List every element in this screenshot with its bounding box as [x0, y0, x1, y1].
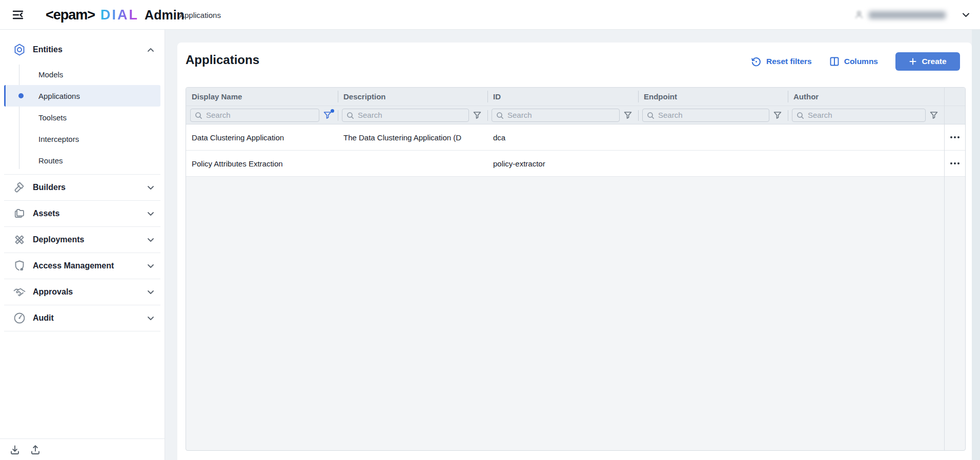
column-header-description[interactable]: Description — [338, 88, 487, 106]
sidebar-group-label: Access Management — [33, 261, 147, 270]
sidebar-item-label: Applications — [38, 92, 80, 100]
filter-cell-display-name — [186, 106, 338, 124]
cell-author — [788, 124, 944, 150]
sidebar-item-toolsets[interactable]: Toolsets — [0, 107, 165, 128]
sidebar-collapse-icon[interactable] — [11, 9, 25, 21]
hammer-icon — [13, 181, 26, 194]
cell-display-name: Data Clustering Application — [186, 124, 338, 150]
sidebar-group-deployments[interactable]: Deployments — [0, 227, 165, 253]
column-header-id[interactable]: ID — [487, 88, 638, 106]
content-header: Applications Reset filters — [177, 43, 964, 78]
cell-description — [338, 151, 487, 176]
search-input-id[interactable] — [492, 109, 620, 122]
entities-sub-list: Models Applications Toolsets Interceptor… — [0, 61, 165, 174]
filter-funnel-icon-active[interactable] — [323, 111, 333, 121]
create-label: Create — [922, 57, 946, 66]
sidebar-item-applications[interactable]: Applications — [4, 85, 160, 107]
crossed-tools-icon — [13, 233, 26, 246]
sidebar-group-entities[interactable]: Entities — [0, 38, 165, 61]
cell-id: policy-extractor — [487, 151, 638, 176]
sidebar-group-approvals[interactable]: Approvals — [0, 279, 165, 305]
column-header-endpoint[interactable]: Endpoint — [638, 88, 788, 106]
sidebar-group-audit[interactable]: Audit — [0, 305, 165, 331]
cell-description: The Data Clustering Application (D — [338, 124, 487, 150]
reset-filters-button[interactable]: Reset filters — [751, 56, 812, 67]
user-name-blurred — [869, 11, 946, 19]
create-button[interactable]: Create — [895, 52, 960, 71]
filter-cell-id — [487, 106, 638, 124]
search-input-author[interactable] — [792, 109, 926, 122]
ellipsis-icon — [950, 162, 959, 164]
sidebar-group-access-management[interactable]: Access Management — [0, 253, 165, 279]
filter-active-dot — [331, 109, 334, 113]
sidebar-group-label: Entities — [33, 45, 147, 54]
sidebar-item-models[interactable]: Models — [0, 64, 165, 85]
filter-cell-actions — [944, 106, 966, 124]
filter-funnel-icon[interactable] — [773, 111, 783, 121]
divider — [4, 331, 160, 331]
ellipsis-icon — [950, 136, 959, 138]
page-scrollbar[interactable] — [972, 30, 980, 460]
filter-cell-description — [338, 106, 487, 124]
sidebar: Entities Models Applications Toolsets In… — [0, 30, 165, 460]
cell-id: dca — [487, 124, 638, 150]
chevron-down-icon — [147, 316, 154, 321]
applications-table: Display Name Description ID Endpoint Aut… — [186, 87, 966, 451]
app-logo[interactable]: <epam> DIAL Admin — [46, 0, 185, 30]
sidebar-group-label: Deployments — [33, 235, 147, 244]
cell-display-name: Policy Attributes Extraction — [186, 151, 338, 176]
filter-funnel-icon[interactable] — [473, 111, 483, 121]
filter-cell-author — [788, 106, 944, 124]
table-row[interactable]: Data Clustering Application The Data Clu… — [186, 124, 965, 151]
sidebar-group-builders[interactable]: Builders — [0, 175, 165, 200]
folders-icon — [13, 207, 26, 220]
chevron-down-icon — [962, 12, 970, 17]
hexagon-icon — [13, 43, 26, 56]
table-header-row: Display Name Description ID Endpoint Aut… — [186, 88, 965, 106]
epam-logo: <epam> — [46, 7, 95, 23]
search-input-endpoint[interactable] — [642, 109, 769, 122]
cell-author — [788, 151, 944, 176]
search-input-display-name[interactable] — [190, 109, 319, 122]
cell-endpoint — [638, 124, 788, 150]
user-menu[interactable] — [854, 0, 970, 30]
download-icon[interactable] — [9, 444, 21, 455]
actions-column-separator — [944, 88, 945, 450]
column-header-display-name[interactable]: Display Name — [186, 88, 338, 106]
toolbar: Reset filters Columns Create — [751, 52, 960, 71]
column-header-author[interactable]: Author — [788, 88, 944, 106]
column-header-actions — [944, 88, 965, 106]
breadcrumb: Applications — [179, 0, 221, 30]
sidebar-item-routes[interactable]: Routes — [0, 150, 165, 171]
shield-gear-icon — [13, 259, 26, 273]
main-content: Applications Reset filters — [177, 43, 972, 460]
active-dot — [18, 93, 24, 98]
plus-icon — [909, 57, 917, 66]
dial-logo: DIAL — [100, 7, 139, 23]
filter-funnel-icon[interactable] — [929, 111, 940, 121]
sidebar-item-interceptors[interactable]: Interceptors — [0, 128, 165, 150]
sidebar-group-label: Builders — [33, 183, 147, 192]
columns-icon — [829, 56, 840, 67]
row-actions-button[interactable] — [944, 151, 965, 176]
filter-funnel-icon[interactable] — [623, 111, 634, 121]
admin-label: Admin — [145, 8, 185, 23]
top-bar: <epam> DIAL Admin Applications — [0, 0, 980, 30]
sidebar-group-label: Assets — [33, 209, 147, 218]
columns-button[interactable]: Columns — [829, 56, 878, 67]
handshake-icon — [13, 285, 26, 299]
chevron-up-icon — [147, 48, 154, 52]
row-actions-button[interactable] — [944, 124, 965, 150]
reset-history-icon — [751, 56, 762, 67]
filter-cell-endpoint — [638, 106, 788, 124]
upload-icon[interactable] — [30, 444, 41, 455]
chevron-down-icon — [147, 212, 154, 216]
chevron-down-icon — [147, 290, 154, 295]
chevron-down-icon — [147, 185, 154, 190]
sidebar-group-assets[interactable]: Assets — [0, 201, 165, 226]
table-row[interactable]: Policy Attributes Extraction policy-extr… — [186, 151, 965, 177]
gauge-icon — [13, 311, 26, 325]
search-input-description[interactable] — [342, 109, 469, 122]
sidebar-group-label: Audit — [33, 313, 147, 323]
table-filter-row — [186, 106, 965, 124]
